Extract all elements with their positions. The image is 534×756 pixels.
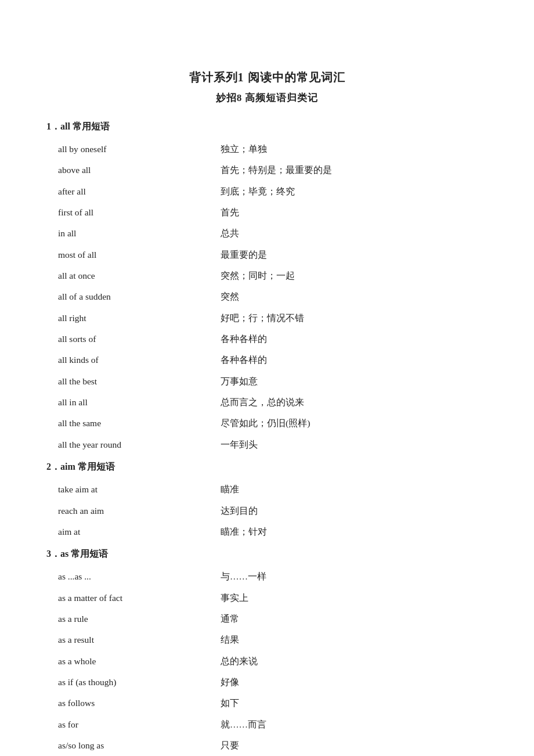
table-row: most of all最重要的是 — [46, 244, 488, 265]
table-row: reach an aim达到目的 — [46, 501, 488, 521]
phrase-zh-2-2: 通常 — [221, 609, 488, 629]
table-row: all in all总而言之，总的说来 — [46, 392, 488, 413]
phrase-zh-1-2: 瞄准；针对 — [221, 521, 488, 542]
table-row: in all总共 — [46, 223, 488, 244]
phrase-en-0-5: most of all — [46, 244, 221, 265]
phrase-en-0-7: all of a sudden — [46, 286, 221, 307]
table-row: as ...as ...与……一样 — [46, 566, 488, 587]
phrase-zh-0-7: 突然 — [221, 286, 488, 307]
page-title: 背计系列1 阅读中的常见词汇 — [46, 70, 488, 85]
phrase-zh-0-14: 一年到头 — [221, 434, 488, 455]
table-row: all the same尽管如此；仍旧(照样) — [46, 413, 488, 434]
phrase-en-2-8: as/so long as — [46, 735, 221, 756]
table-row: as a matter of fact事实上 — [46, 588, 488, 609]
phrase-en-0-9: all sorts of — [46, 329, 221, 350]
phrase-zh-2-8: 只要 — [221, 735, 488, 756]
table-row: all of a sudden突然 — [46, 286, 488, 307]
phrase-table-0: all by oneself独立；单独above all首先；特别是；最重要的是… — [46, 139, 488, 455]
phrase-zh-0-4: 总共 — [221, 223, 488, 244]
phrase-zh-0-10: 各种各样的 — [221, 350, 488, 370]
table-row: as for就……而言 — [46, 714, 488, 735]
phrase-en-2-2: as a rule — [46, 609, 221, 629]
phrase-en-0-6: all at once — [46, 265, 221, 286]
phrase-zh-2-5: 好像 — [221, 672, 488, 693]
table-row: after all到底；毕竟；终究 — [46, 181, 488, 202]
phrase-zh-0-3: 首先 — [221, 202, 488, 223]
page-subtitle: 妙招8 高频短语归类记 — [46, 91, 488, 105]
phrase-en-0-13: all the same — [46, 413, 221, 434]
phrase-zh-0-1: 首先；特别是；最重要的是 — [221, 160, 488, 181]
section-header-0: 1．all 常用短语 — [46, 121, 488, 133]
table-row: all the best万事如意 — [46, 371, 488, 392]
phrase-zh-0-12: 总而言之，总的说来 — [221, 392, 488, 413]
table-row: as if (as though)好像 — [46, 672, 488, 693]
phrase-en-0-12: all in all — [46, 392, 221, 413]
table-row: first of all首先 — [46, 202, 488, 223]
phrase-en-0-0: all by oneself — [46, 139, 221, 160]
phrase-zh-0-11: 万事如意 — [221, 371, 488, 392]
phrase-en-1-1: reach an aim — [46, 501, 221, 521]
table-row: as a result结果 — [46, 629, 488, 650]
phrase-en-0-3: first of all — [46, 202, 221, 223]
phrase-en-2-7: as for — [46, 714, 221, 735]
phrase-en-0-11: all the best — [46, 371, 221, 392]
phrase-zh-0-0: 独立；单独 — [221, 139, 488, 160]
phrase-zh-2-1: 事实上 — [221, 588, 488, 609]
phrase-en-0-4: in all — [46, 223, 221, 244]
section-section-aim: 2．aim 常用短语take aim at瞄准reach an aim达到目的a… — [46, 461, 488, 542]
phrase-zh-1-0: 瞄准 — [221, 479, 488, 500]
table-row: aim at瞄准；针对 — [46, 521, 488, 542]
section-section-as: 3．as 常用短语as ...as ...与……一样as a matter of… — [46, 548, 488, 756]
section-section-all: 1．all 常用短语all by oneself独立；单独above all首先… — [46, 121, 488, 455]
phrase-table-2: as ...as ...与……一样as a matter of fact事实上a… — [46, 566, 488, 756]
phrase-en-0-14: all the year round — [46, 434, 221, 455]
phrase-en-0-1: above all — [46, 160, 221, 181]
table-row: all kinds of各种各样的 — [46, 350, 488, 370]
phrase-zh-2-4: 总的来说 — [221, 651, 488, 672]
phrase-zh-0-8: 好吧；行；情况不错 — [221, 308, 488, 329]
phrase-en-1-2: aim at — [46, 521, 221, 542]
table-row: as a whole总的来说 — [46, 651, 488, 672]
phrase-en-0-8: all right — [46, 308, 221, 329]
phrase-zh-0-5: 最重要的是 — [221, 244, 488, 265]
phrase-zh-2-0: 与……一样 — [221, 566, 488, 587]
phrase-zh-2-6: 如下 — [221, 693, 488, 714]
phrase-en-2-1: as a matter of fact — [46, 588, 221, 609]
table-row: all right好吧；行；情况不错 — [46, 308, 488, 329]
phrase-en-1-0: take aim at — [46, 479, 221, 500]
table-row: all sorts of各种各样的 — [46, 329, 488, 350]
table-row: as/so long as只要 — [46, 735, 488, 756]
table-row: all the year round一年到头 — [46, 434, 488, 455]
section-header-2: 3．as 常用短语 — [46, 548, 488, 560]
phrase-en-2-0: as ...as ... — [46, 566, 221, 587]
phrase-zh-0-13: 尽管如此；仍旧(照样) — [221, 413, 488, 434]
table-row: above all首先；特别是；最重要的是 — [46, 160, 488, 181]
phrase-zh-0-2: 到底；毕竟；终究 — [221, 181, 488, 202]
phrase-en-0-10: all kinds of — [46, 350, 221, 370]
phrase-zh-0-9: 各种各样的 — [221, 329, 488, 350]
phrase-en-2-5: as if (as though) — [46, 672, 221, 693]
phrase-en-2-3: as a result — [46, 629, 221, 650]
table-row: as follows如下 — [46, 693, 488, 714]
phrase-en-2-6: as follows — [46, 693, 221, 714]
phrase-en-2-4: as a whole — [46, 651, 221, 672]
table-row: as a rule通常 — [46, 609, 488, 629]
phrase-en-0-2: after all — [46, 181, 221, 202]
phrase-table-1: take aim at瞄准reach an aim达到目的aim at瞄准；针对 — [46, 479, 488, 542]
table-row: take aim at瞄准 — [46, 479, 488, 500]
phrase-zh-2-7: 就……而言 — [221, 714, 488, 735]
table-row: all by oneself独立；单独 — [46, 139, 488, 160]
table-row: all at once突然；同时；一起 — [46, 265, 488, 286]
phrase-zh-0-6: 突然；同时；一起 — [221, 265, 488, 286]
phrase-zh-1-1: 达到目的 — [221, 501, 488, 521]
section-header-1: 2．aim 常用短语 — [46, 461, 488, 473]
phrase-zh-2-3: 结果 — [221, 629, 488, 650]
